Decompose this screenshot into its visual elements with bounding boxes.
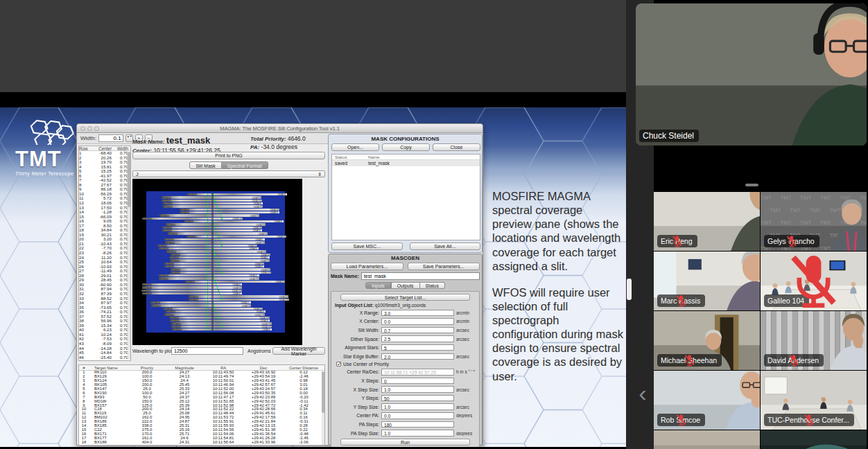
parameter-input[interactable]: 1.0 bbox=[381, 403, 454, 410]
parameter-input[interactable]: 50 bbox=[381, 395, 454, 402]
svg-text:TMT: TMT bbox=[761, 195, 772, 201]
mascgen-inputs-pane: Select Target List... Input Object List:… bbox=[331, 291, 480, 447]
parameter-field: PA Step Size: 1.0 degrees bbox=[333, 429, 477, 438]
save-msc-button[interactable]: Save MSC... bbox=[331, 243, 403, 250]
spectrum-bar: 1152613244 bbox=[162, 196, 262, 198]
parameter-input[interactable]: 2.5 bbox=[381, 335, 454, 342]
wavelength-input[interactable] bbox=[171, 347, 243, 355]
svg-text:TMT: TMT bbox=[790, 207, 801, 213]
mascgen-tab-outputs[interactable]: Outputs bbox=[391, 282, 420, 289]
parameter-input[interactable]: 3.0 bbox=[381, 310, 454, 317]
spectrum-bar: 1152613244 bbox=[169, 317, 270, 319]
spectrum-bar: 1152613244 bbox=[164, 263, 265, 265]
svg-text:TMT: TMT bbox=[800, 220, 811, 226]
parameter-field: X Steps: 0 bbox=[333, 376, 477, 385]
band-select-dropdown[interactable]: J ⇕ bbox=[132, 170, 325, 177]
window-titlebar[interactable]: MAGMA: The MOSFIRE Slit Configuration To… bbox=[77, 124, 483, 133]
participant-tile-partial[interactable] bbox=[761, 430, 867, 449]
spectrum-bar: 1152613244 bbox=[162, 229, 263, 231]
parameter-input[interactable]: 0 bbox=[381, 378, 454, 385]
shared-screen-blank-area bbox=[0, 0, 626, 92]
participant-tile[interactable]: TUC-Penthouse Confer... bbox=[761, 371, 867, 430]
spectrum-bar: 1152613244 bbox=[166, 310, 266, 312]
participant-tile-partial[interactable] bbox=[654, 430, 760, 449]
participant-tile[interactable]: Eric Peng bbox=[654, 192, 760, 251]
spectrum-bar: 1152613244 bbox=[150, 301, 251, 303]
video-frame bbox=[761, 430, 867, 449]
participant-tile[interactable]: Marc Kassis bbox=[654, 252, 760, 310]
parameter-input[interactable]: 0.7 bbox=[381, 327, 454, 334]
parameter-field: Y Step Size: 1.0 arcsec bbox=[333, 403, 477, 412]
target-table-row[interactable]: 18BX188404.024.3110:11:56.64+29:41:33.96… bbox=[79, 441, 324, 445]
parameter-input[interactable]: 0.0 bbox=[381, 412, 454, 419]
parameter-field: PA Steps: 180 bbox=[333, 420, 477, 429]
participant-tile[interactable]: David Andersen bbox=[761, 311, 867, 370]
gallery-drag-handle[interactable] bbox=[745, 184, 758, 186]
parameter-field: Star Edge Buffer: 2.0 arcsec bbox=[333, 352, 477, 361]
mic-muted-icon bbox=[764, 235, 819, 247]
mic-muted-icon bbox=[761, 252, 867, 310]
parameter-input[interactable]: 10 11 58.71 +29 41 57.25 bbox=[381, 369, 454, 376]
svg-text:TMT: TMT bbox=[860, 220, 867, 226]
spectrum-bar: 1152613244 bbox=[141, 290, 242, 292]
parameter-field: Alignment Stars: 5 bbox=[333, 343, 477, 352]
featured-video-tile[interactable]: Chuck Steidel bbox=[636, 3, 867, 146]
run-button[interactable]: Run bbox=[340, 439, 470, 446]
save-all-button[interactable]: Save All... bbox=[410, 243, 481, 250]
mascgen-mask-name-input[interactable] bbox=[361, 272, 480, 280]
collapse-gallery-chevron[interactable]: ‹ bbox=[633, 380, 652, 407]
status-column-header: Status bbox=[335, 155, 368, 160]
add-wavelength-marker-button[interactable]: Add Wavelength Marker bbox=[272, 347, 325, 355]
spectrum-bar: 1152613244 bbox=[157, 245, 258, 247]
slit-table-row[interactable]: 46-15.400.70 bbox=[79, 355, 130, 360]
mask-summary: Mask Name: test_mask Center: 10:11:55.56… bbox=[132, 135, 327, 150]
spectrum-bar: 1152613244 bbox=[170, 319, 270, 322]
parameter-input[interactable]: 1.0 bbox=[381, 386, 454, 393]
copy-mask-button[interactable]: Copy bbox=[382, 143, 430, 151]
svg-text:TMT: TMT bbox=[820, 245, 831, 251]
tab-spectral-format[interactable]: Spectral Format bbox=[222, 161, 268, 169]
use-center-of-priority-checkbox[interactable]: Use Center of Priority bbox=[333, 361, 477, 368]
participant-name-label: Marc Kassis bbox=[657, 294, 705, 307]
parameter-input[interactable]: 1.0 bbox=[381, 430, 454, 437]
participant-tile[interactable]: Michael Sheehan bbox=[654, 311, 760, 370]
save-parameters-button[interactable]: Save Parameters... bbox=[408, 263, 480, 270]
participant-name-label: TUC-Penthouse Confer... bbox=[764, 414, 854, 426]
load-parameters-button[interactable]: Load Parameters... bbox=[331, 263, 403, 270]
tab-slit-mask[interactable]: Slit Mask bbox=[189, 161, 221, 169]
parameter-input[interactable]: 180 bbox=[381, 421, 454, 428]
window-title: MAGMA: The MOSFIRE Slit Configuration To… bbox=[77, 124, 483, 133]
mascgen-tab-inputs[interactable]: Inputs bbox=[365, 282, 391, 289]
spectrum-bar: 1152613244 bbox=[166, 223, 266, 225]
open-mask-button[interactable]: Open... bbox=[331, 143, 379, 151]
print-to-png-button[interactable]: Print to PNG bbox=[132, 152, 325, 159]
mask-list-entry[interactable]: saved test_mask bbox=[332, 160, 480, 166]
mic-muted-icon bbox=[764, 354, 824, 367]
spectrum-bar: 1152613244 bbox=[186, 236, 287, 238]
parameter-input[interactable]: 5 bbox=[381, 344, 454, 351]
participant-tile[interactable]: Galileo 104 bbox=[761, 252, 867, 310]
zoom-window-button[interactable] bbox=[94, 126, 99, 131]
slide-caption-text: MOSFIRE MAGMA spectral coverage preview … bbox=[492, 189, 624, 396]
total-priority-label: Total Priority: bbox=[250, 136, 286, 142]
minimize-window-button[interactable] bbox=[87, 126, 92, 131]
parameter-input[interactable]: 2.0 bbox=[381, 353, 454, 360]
slit-table-scrollbar[interactable] bbox=[128, 152, 130, 360]
parameter-input[interactable]: 0.0 bbox=[381, 318, 454, 325]
spectrum-bar: 1152613244 bbox=[165, 241, 266, 243]
share-divider-handle[interactable] bbox=[627, 279, 632, 300]
select-target-list-button[interactable]: Select Target List... bbox=[340, 294, 470, 301]
close-mask-button[interactable]: Close bbox=[433, 143, 480, 151]
spectrum-bar: 1152613244 bbox=[162, 227, 263, 229]
participant-tile[interactable]: TMTTMTTMTTMTTMTTMTTMTTMTTMTTMTTMTTMTTMTT… bbox=[761, 192, 867, 251]
target-table-scrollbar[interactable] bbox=[322, 371, 324, 445]
svg-text:TMT: TMT bbox=[810, 207, 821, 213]
parameter-field: Dither Space: 2.5 arcsec bbox=[333, 335, 477, 344]
width-input[interactable] bbox=[98, 134, 123, 142]
slide-paragraph-2: WFOS will require user selection of full… bbox=[492, 285, 624, 383]
close-window-button[interactable] bbox=[80, 126, 85, 131]
mask-configurations-panel: MASK CONFIGURATIONS Open... Copy Close S… bbox=[328, 134, 483, 253]
mascgen-tab-status[interactable]: Status bbox=[420, 282, 445, 289]
participant-tile[interactable]: Rob Simcoe bbox=[654, 371, 760, 430]
parameter-field: Center Ra/Dec: 10 11 58.71 +29 41 57.25 … bbox=[333, 368, 477, 377]
